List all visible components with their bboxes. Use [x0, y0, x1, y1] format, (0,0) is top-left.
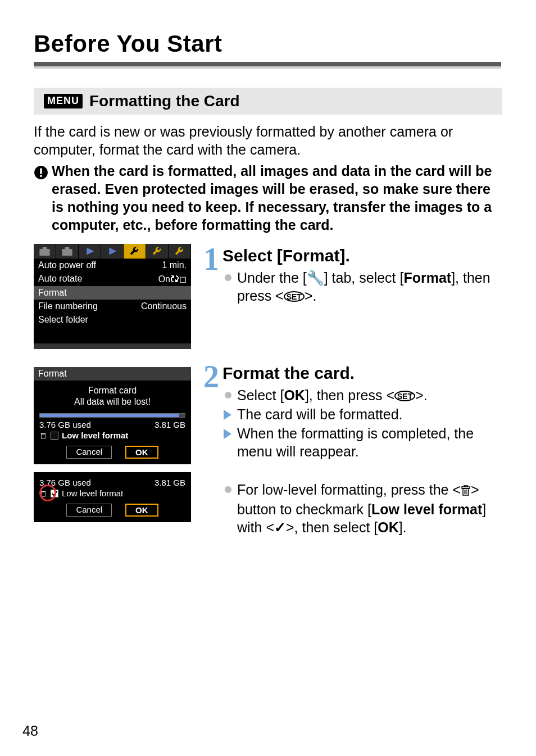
step-2-bullet-2: The card will be formatted. [222, 405, 502, 423]
svg-rect-18 [464, 486, 467, 487]
storage-bar [39, 413, 185, 418]
tab-wrench-2 [146, 244, 169, 259]
svg-marker-7 [87, 248, 94, 255]
warning-text: When the card is formatted, all images a… [52, 162, 502, 234]
menu-row: Auto power off1 min. [34, 259, 191, 272]
svg-rect-4 [43, 247, 47, 250]
storage-usage: 3.76 GB used3.81 GB [39, 478, 185, 487]
tab-camera-1 [34, 244, 56, 259]
tab-play-1 [79, 244, 101, 259]
checkbox-empty [51, 432, 58, 440]
bullet-icon [225, 392, 231, 399]
checkbox-checked [51, 490, 58, 497]
svg-marker-8 [109, 248, 116, 255]
tab-play-2 [101, 244, 124, 259]
cancel-button: Cancel [66, 504, 112, 517]
set-button-icon: SET [394, 391, 415, 401]
menu-tab-strip [34, 244, 191, 259]
svg-rect-3 [39, 249, 49, 256]
menu-row-selected: Format [34, 286, 191, 300]
svg-rect-5 [62, 249, 72, 256]
triangle-icon [224, 410, 231, 420]
svg-rect-2 [40, 175, 42, 176]
section-heading: MENU Formatting the Card [34, 88, 502, 115]
dialog-message: Format card All data will be lost! [39, 385, 185, 408]
set-button-icon: SET [284, 291, 305, 302]
low-level-format-row: Low level format [39, 431, 185, 440]
title-rule-light [34, 66, 501, 69]
intro-paragraph: If the card is new or was previously for… [34, 123, 502, 159]
warning-icon [34, 162, 52, 182]
tab-wrench-1-selected [124, 244, 146, 259]
wrench-icon: 🔧 [307, 270, 324, 286]
page-title: Before You Start [34, 30, 222, 57]
svg-rect-9 [42, 434, 46, 438]
svg-rect-1 [40, 168, 42, 174]
step-2-bullet-1: Select [OK], then press <SET>. [222, 386, 502, 404]
storage-usage: 3.76 GB used3.81 GB [39, 420, 185, 429]
format-dialog-screenshot: Format Format card All data will be lost… [34, 367, 191, 464]
tab-camera-2 [56, 244, 79, 259]
svg-rect-6 [65, 247, 70, 250]
section-title: Formatting the Card [89, 92, 240, 110]
camera-menu-screenshot: Auto power off1 min. Auto rotateOn🗘◻ For… [34, 244, 191, 349]
ok-button: OK [125, 446, 158, 459]
menu-row: File numberingContinuous [34, 300, 191, 313]
check-icon: ✓ [274, 519, 286, 535]
step-2-bullet-3: When the formatting is completed, the me… [222, 424, 502, 460]
step-2-bullet-4: For low-level formatting, press the <> b… [222, 481, 502, 536]
ok-button: OK [125, 504, 158, 517]
menu-badge: MENU [44, 94, 83, 108]
warning-block: When the card is formatted, all images a… [34, 162, 502, 234]
step-1-title: Select [Format]. [222, 245, 502, 266]
step-1-bullet: Under the [🔧] tab, select [Format], then… [222, 269, 502, 305]
low-level-format-screenshot: 3.76 GB used3.81 GB Low level format Can… [34, 472, 191, 522]
svg-rect-12 [41, 491, 46, 492]
menu-row: Auto rotateOn🗘◻ [34, 272, 191, 286]
title-rule [34, 62, 501, 66]
low-level-format-row-checked: Low level format [39, 488, 185, 498]
bullet-icon [225, 486, 231, 493]
step-number-1: 1 [202, 245, 220, 273]
cancel-button: Cancel [66, 446, 112, 459]
tab-wrench-3 [169, 244, 191, 259]
svg-rect-11 [42, 492, 46, 496]
trash-icon [461, 482, 471, 500]
triangle-icon [224, 429, 231, 439]
step-2-title: Format the card. [222, 363, 502, 384]
trash-icon [39, 432, 47, 440]
step-number-2: 2 [202, 363, 220, 391]
dialog-title: Format [34, 367, 191, 381]
trash-icon [39, 490, 47, 497]
page-number: 48 [22, 723, 38, 739]
bullet-icon [225, 274, 231, 281]
svg-rect-10 [41, 433, 46, 434]
menu-row: Select folder [34, 313, 191, 327]
